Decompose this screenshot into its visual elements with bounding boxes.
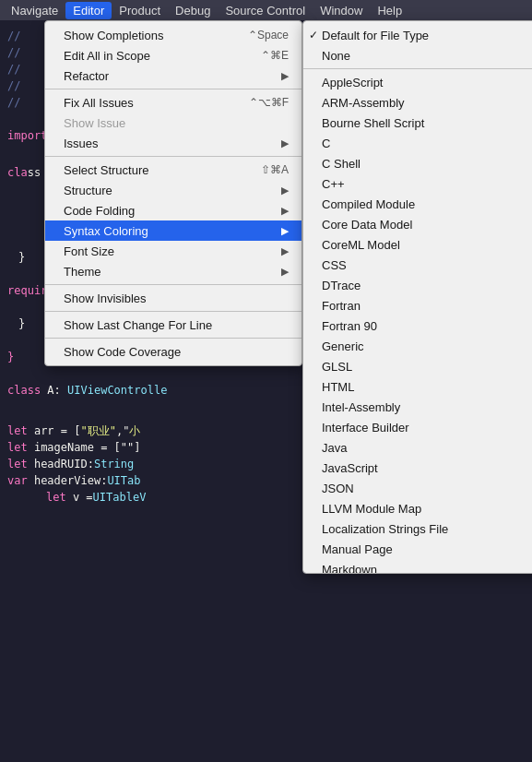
code-normal: headerView: xyxy=(28,474,108,487)
submenu-interface-builder[interactable]: Interface Builder xyxy=(303,417,532,437)
code-keyword: } xyxy=(7,351,14,363)
code-type: UITableV xyxy=(93,491,147,504)
code-normal: A: xyxy=(41,384,67,397)
submenu-dtrace[interactable]: DTrace xyxy=(303,275,532,295)
code-keyword: cla xyxy=(7,166,28,179)
code-normal: arr = [ xyxy=(28,424,81,437)
submenu-bourne-shell[interactable]: Bourne Shell Script xyxy=(303,113,532,133)
menu-refactor[interactable]: Refactor ▶ xyxy=(45,65,301,86)
code-keyword: let xyxy=(7,424,28,437)
code-normal: headRUID: xyxy=(28,458,94,470)
submenu-core-data-model[interactable]: Core Data Model xyxy=(303,214,532,234)
code-comment: // xyxy=(7,79,20,92)
menubar-item-help[interactable]: Help xyxy=(370,2,409,19)
code-comment: // xyxy=(7,96,20,109)
submenu-compiled-module[interactable]: Compiled Module xyxy=(303,194,532,214)
menubar-item-product[interactable]: Product xyxy=(112,2,168,19)
submenu-coreml-model[interactable]: CoreML Model xyxy=(303,234,532,255)
submenu-cpp[interactable]: C++ xyxy=(303,173,532,194)
code-normal: } xyxy=(18,251,25,264)
submenu-manual-page[interactable]: Manual Page xyxy=(303,539,532,559)
submenu-llvm-module-map[interactable]: LLVM Module Map xyxy=(303,498,532,518)
menu-fix-all-issues[interactable]: Fix All Issues ⌃⌥⌘F xyxy=(45,92,301,113)
submenu-fortran[interactable]: Fortran xyxy=(303,295,532,316)
submenu-separator-1 xyxy=(303,68,532,69)
code-keyword: var xyxy=(7,474,28,487)
menu-edit-all-scope[interactable]: Edit All in Scope ⌃⌘E xyxy=(45,45,301,65)
menu-show-invisibles[interactable]: Show Invisibles xyxy=(45,288,301,308)
menu-show-last-change[interactable]: Show Last Change For Line xyxy=(45,315,301,335)
menubar-item-debug[interactable]: Debug xyxy=(168,2,218,19)
code-comment: // xyxy=(7,46,20,59)
submenu-glsl[interactable]: GLSL xyxy=(303,356,532,376)
menu-select-structure[interactable]: Select Structure ⇧⌘A xyxy=(45,160,301,180)
code-keyword: let xyxy=(7,441,28,454)
menu-show-code-coverage[interactable]: Show Code Coverage xyxy=(45,341,301,362)
menu-separator-4 xyxy=(45,311,301,312)
submenu-markdown[interactable]: Markdown xyxy=(303,559,532,574)
submenu-default-for-file-type[interactable]: Default for File Type xyxy=(303,25,532,45)
menu-syntax-coloring[interactable]: Syntax Coloring ▶ xyxy=(45,220,301,241)
submenu-javascript[interactable]: JavaScript xyxy=(303,458,532,478)
menu-separator-3 xyxy=(45,284,301,285)
code-string: 小 xyxy=(129,423,140,439)
menu-show-issue: Show Issue xyxy=(45,113,301,133)
submenu-applescript[interactable]: AppleScript xyxy=(303,72,532,92)
code-normal: v = xyxy=(66,491,93,504)
menu-separator-1 xyxy=(45,89,301,89)
menu-theme[interactable]: Theme ▶ xyxy=(45,261,301,281)
code-keyword: let xyxy=(46,491,66,504)
code-type: UIViewControlle xyxy=(67,384,167,397)
menu-code-folding[interactable]: Code Folding ▶ xyxy=(45,200,301,220)
menu-structure[interactable]: Structure ▶ xyxy=(45,180,301,200)
code-normal: imageName = [""] xyxy=(28,441,141,454)
code-keyword: import xyxy=(7,129,47,142)
menu-separator-5 xyxy=(45,338,301,339)
menubar-item-editor[interactable]: Editor xyxy=(65,2,112,19)
submenu-localization-strings[interactable]: Localization Strings File xyxy=(303,518,532,539)
submenu-generic[interactable]: Generic xyxy=(303,336,532,356)
code-comment: // xyxy=(7,63,20,76)
submenu-json[interactable]: JSON xyxy=(303,478,532,498)
code-type: UITab xyxy=(107,474,140,487)
menu-issues[interactable]: Issues ▶ xyxy=(45,133,301,153)
submenu-java[interactable]: Java xyxy=(303,437,532,458)
code-string: "职业" xyxy=(80,423,115,439)
menu-show-completions[interactable]: Show Completions ⌃Space xyxy=(45,25,301,45)
code-keyword: class xyxy=(7,384,41,397)
submenu-c-shell[interactable]: C Shell xyxy=(303,153,532,173)
submenu-fortran-90[interactable]: Fortran 90 xyxy=(303,316,532,336)
code-keyword: let xyxy=(7,458,28,470)
editor-menu: Show Completions ⌃Space Edit All in Scop… xyxy=(44,20,302,366)
submenu-c[interactable]: C xyxy=(303,133,532,153)
menubar-item-navigate[interactable]: Navigate xyxy=(4,2,65,19)
submenu-html[interactable]: HTML xyxy=(303,376,532,397)
code-type: String xyxy=(94,458,134,470)
code-comment: // xyxy=(7,30,20,42)
submenu-arm-assembly[interactable]: ARM-Assembly xyxy=(303,92,532,113)
menu-font-size[interactable]: Font Size ▶ xyxy=(45,241,301,261)
submenu-css[interactable]: CSS xyxy=(303,255,532,275)
menubar-item-source-control[interactable]: Source Control xyxy=(218,2,313,19)
menu-separator-2 xyxy=(45,156,301,157)
menubar: Navigate Editor Product Debug Source Con… xyxy=(0,0,532,20)
submenu-intel-assembly[interactable]: Intel-Assembly xyxy=(303,397,532,417)
syntax-coloring-submenu: Default for File Type None AppleScript A… xyxy=(302,20,532,574)
code-normal: ," xyxy=(116,424,129,437)
code-normal: } xyxy=(18,317,25,330)
menubar-item-window[interactable]: Window xyxy=(313,2,370,19)
submenu-none[interactable]: None xyxy=(303,45,532,65)
